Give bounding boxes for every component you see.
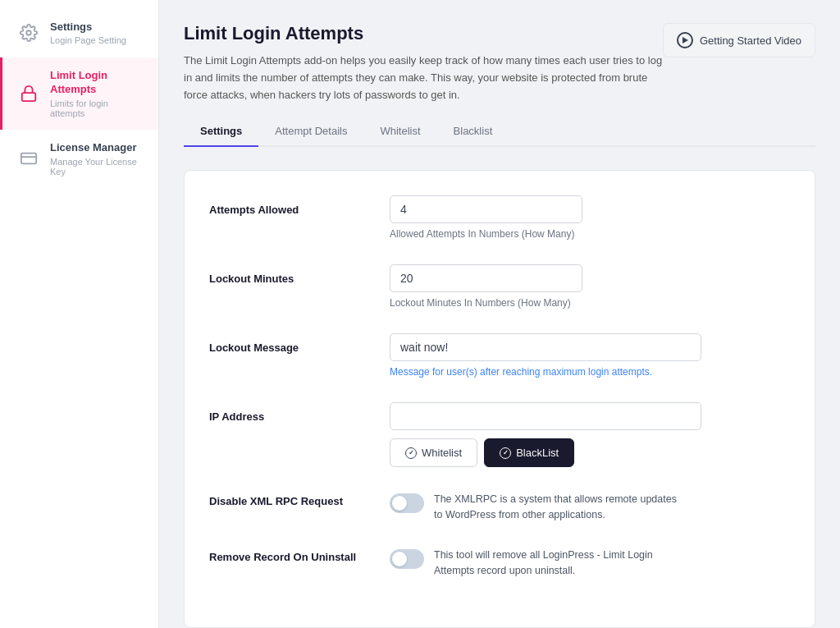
sidebar-limit-sub: Limits for login attempts	[50, 99, 145, 118]
getting-started-label: Getting Started Video	[700, 34, 801, 47]
attempts-allowed-label: Attempts Allowed	[209, 195, 390, 216]
xml-rpc-label: Disable XML RPC Request	[209, 492, 390, 507]
lockout-minutes-hint: Lockout Minutes In Numbers (How Many)	[390, 297, 790, 309]
xml-rpc-description: The XMLRPC is a system that allows remot…	[434, 492, 680, 523]
sidebar-settings-sub: Login Page Setting	[50, 35, 126, 45]
sidebar-limit-title: Limit Login Attempts	[50, 69, 145, 97]
remove-record-row: Remove Record On Uninstall This tool wil…	[209, 548, 790, 579]
settings-form: Attempts Allowed Allowed Attempts In Num…	[184, 170, 815, 628]
gear-icon	[16, 20, 42, 46]
attempts-allowed-hint: Allowed Attempts In Numbers (How Many)	[390, 228, 790, 240]
svg-rect-1	[22, 93, 36, 101]
sidebar-license-title: License Manager	[50, 141, 145, 155]
whitelist-icon: ✓	[405, 447, 417, 459]
xml-rpc-slider	[390, 493, 424, 513]
page-header: Limit Login Attempts The Limit Login Att…	[184, 23, 815, 103]
ip-address-input[interactable]	[390, 402, 701, 430]
card-icon	[16, 145, 42, 172]
remove-record-toggle[interactable]	[390, 549, 424, 569]
whitelist-button[interactable]: ✓ Whitelist	[390, 438, 477, 467]
sidebar: Settings Login Page Setting Limit Login …	[0, 0, 159, 628]
page-description: The Limit Login Attempts add-on helps yo…	[184, 53, 663, 103]
attempts-allowed-row: Attempts Allowed Allowed Attempts In Num…	[209, 195, 790, 240]
blacklist-icon: ✓	[500, 447, 511, 459]
attempts-allowed-input[interactable]	[390, 195, 582, 223]
getting-started-button[interactable]: Getting Started Video	[663, 23, 815, 57]
lockout-minutes-label: Lockout Minutes	[209, 264, 390, 285]
lockout-message-row: Lockout Message Message for user(s) afte…	[209, 333, 790, 378]
sidebar-license-sub: Manage Your License Key	[50, 157, 145, 176]
ip-address-row: IP Address ✓ Whitelist ✓ BlackList	[209, 402, 790, 467]
sidebar-item-limit-login[interactable]: Limit Login Attempts Limits for login at…	[0, 57, 158, 130]
xml-rpc-row: Disable XML RPC Request The XMLRPC is a …	[209, 492, 790, 523]
tab-attempt-details[interactable]: Attempt Details	[258, 117, 363, 147]
lock-icon	[16, 80, 42, 107]
sidebar-item-license[interactable]: License Manager Manage Your License Key	[0, 130, 158, 188]
lockout-minutes-row: Lockout Minutes Lockout Minutes In Numbe…	[209, 264, 790, 309]
whitelist-btn-label: Whitelist	[422, 447, 462, 459]
sidebar-item-settings[interactable]: Settings Login Page Setting	[0, 8, 158, 57]
ip-buttons: ✓ Whitelist ✓ BlackList	[390, 438, 790, 467]
svg-rect-2	[21, 154, 36, 164]
remove-record-description: This tool will remove all LoginPress - L…	[434, 548, 680, 579]
tabs-bar: Settings Attempt Details Whitelist Black…	[184, 117, 815, 147]
lockout-minutes-input[interactable]	[390, 264, 582, 292]
main-content: Limit Login Attempts The Limit Login Att…	[159, 0, 840, 628]
page-title: Limit Login Attempts	[184, 23, 663, 44]
sidebar-settings-title: Settings	[50, 21, 126, 34]
blacklist-button[interactable]: ✓ BlackList	[484, 438, 574, 467]
lockout-message-hint: Message for user(s) after reaching maxim…	[390, 366, 790, 378]
tab-settings[interactable]: Settings	[184, 117, 258, 147]
remove-record-slider	[390, 549, 424, 569]
tab-whitelist[interactable]: Whitelist	[363, 117, 436, 147]
xml-rpc-toggle[interactable]	[390, 493, 424, 513]
play-icon	[677, 32, 693, 48]
blacklist-btn-label: BlackList	[516, 447, 559, 459]
lockout-message-input[interactable]	[390, 333, 701, 361]
remove-record-label: Remove Record On Uninstall	[209, 548, 390, 563]
svg-point-0	[26, 30, 31, 35]
ip-address-label: IP Address	[209, 402, 390, 423]
lockout-message-label: Lockout Message	[209, 333, 390, 354]
tab-blacklist[interactable]: Blacklist	[437, 117, 509, 147]
